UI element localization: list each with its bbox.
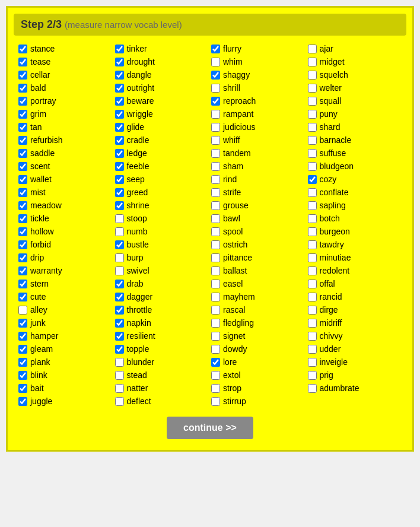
word-checkbox[interactable] [115, 149, 124, 158]
word-checkbox[interactable] [211, 358, 220, 367]
word-checkbox[interactable] [308, 84, 317, 93]
word-checkbox[interactable] [18, 371, 27, 380]
word-checkbox[interactable] [115, 306, 124, 315]
word-checkbox[interactable] [308, 188, 317, 197]
word-checkbox[interactable] [211, 280, 220, 288]
word-checkbox[interactable] [18, 214, 27, 223]
word-checkbox[interactable] [211, 97, 220, 106]
word-checkbox[interactable] [308, 319, 317, 328]
word-checkbox[interactable] [308, 214, 317, 223]
word-checkbox[interactable] [211, 201, 220, 210]
word-checkbox[interactable] [115, 123, 124, 132]
word-checkbox[interactable] [308, 71, 317, 80]
word-checkbox[interactable] [115, 384, 124, 393]
word-checkbox[interactable] [18, 358, 27, 367]
word-checkbox[interactable] [18, 188, 27, 197]
word-checkbox[interactable] [211, 240, 220, 249]
continue-button[interactable]: continue >> [167, 417, 253, 439]
word-checkbox[interactable] [18, 58, 27, 66]
word-checkbox[interactable] [308, 45, 317, 53]
word-checkbox[interactable] [115, 84, 124, 93]
word-checkbox[interactable] [211, 227, 220, 236]
word-checkbox[interactable] [211, 110, 220, 119]
word-checkbox[interactable] [211, 175, 220, 184]
word-checkbox[interactable] [308, 280, 317, 288]
word-checkbox[interactable] [211, 266, 220, 275]
word-checkbox[interactable] [18, 397, 27, 406]
word-checkbox[interactable] [308, 293, 317, 301]
word-checkbox[interactable] [211, 162, 220, 171]
word-checkbox[interactable] [18, 293, 27, 301]
word-checkbox[interactable] [211, 136, 220, 145]
word-checkbox[interactable] [308, 201, 317, 210]
word-checkbox[interactable] [211, 306, 220, 315]
word-checkbox[interactable] [18, 123, 27, 132]
word-checkbox[interactable] [211, 45, 220, 53]
word-checkbox[interactable] [211, 84, 220, 93]
word-checkbox[interactable] [115, 162, 124, 171]
word-checkbox[interactable] [18, 175, 27, 184]
word-checkbox[interactable] [115, 97, 124, 106]
word-checkbox[interactable] [308, 58, 317, 66]
word-checkbox[interactable] [211, 384, 220, 393]
word-checkbox[interactable] [308, 97, 317, 106]
word-checkbox[interactable] [308, 162, 317, 171]
word-checkbox[interactable] [18, 162, 27, 171]
word-checkbox[interactable] [211, 149, 220, 158]
word-checkbox[interactable] [308, 227, 317, 236]
word-checkbox[interactable] [211, 293, 220, 301]
word-checkbox[interactable] [115, 293, 124, 301]
word-checkbox[interactable] [211, 253, 220, 262]
word-checkbox[interactable] [211, 188, 220, 197]
word-checkbox[interactable] [308, 306, 317, 315]
word-checkbox[interactable] [308, 175, 317, 184]
word-checkbox[interactable] [18, 332, 27, 341]
word-checkbox[interactable] [115, 136, 124, 145]
word-checkbox[interactable] [18, 45, 27, 53]
word-checkbox[interactable] [18, 280, 27, 288]
word-checkbox[interactable] [308, 345, 317, 354]
word-checkbox[interactable] [211, 71, 220, 80]
word-checkbox[interactable] [308, 332, 317, 341]
word-checkbox[interactable] [115, 345, 124, 354]
word-checkbox[interactable] [115, 397, 124, 406]
word-checkbox[interactable] [115, 45, 124, 53]
word-checkbox[interactable] [115, 58, 124, 66]
word-checkbox[interactable] [211, 58, 220, 66]
word-checkbox[interactable] [115, 253, 124, 262]
word-checkbox[interactable] [18, 84, 27, 93]
word-checkbox[interactable] [18, 319, 27, 328]
word-checkbox[interactable] [308, 110, 317, 119]
word-checkbox[interactable] [115, 214, 124, 223]
word-checkbox[interactable] [18, 384, 27, 393]
word-checkbox[interactable] [18, 136, 27, 145]
word-checkbox[interactable] [115, 227, 124, 236]
word-checkbox[interactable] [308, 253, 317, 262]
word-checkbox[interactable] [115, 110, 124, 119]
word-checkbox[interactable] [18, 266, 27, 275]
word-checkbox[interactable] [308, 149, 317, 158]
word-checkbox[interactable] [211, 371, 220, 380]
word-checkbox[interactable] [308, 384, 317, 393]
word-checkbox[interactable] [211, 397, 220, 406]
word-checkbox[interactable] [308, 358, 317, 367]
word-checkbox[interactable] [18, 345, 27, 354]
word-checkbox[interactable] [18, 240, 27, 249]
word-checkbox[interactable] [18, 306, 27, 315]
word-checkbox[interactable] [115, 71, 124, 80]
word-checkbox[interactable] [115, 358, 124, 367]
word-checkbox[interactable] [115, 201, 124, 210]
word-checkbox[interactable] [18, 149, 27, 158]
word-checkbox[interactable] [115, 266, 124, 275]
word-checkbox[interactable] [308, 240, 317, 249]
word-checkbox[interactable] [18, 97, 27, 106]
word-checkbox[interactable] [115, 280, 124, 288]
word-checkbox[interactable] [18, 227, 27, 236]
word-checkbox[interactable] [308, 371, 317, 380]
word-checkbox[interactable] [18, 253, 27, 262]
word-checkbox[interactable] [115, 188, 124, 197]
word-checkbox[interactable] [115, 240, 124, 249]
word-checkbox[interactable] [211, 319, 220, 328]
word-checkbox[interactable] [18, 71, 27, 80]
word-checkbox[interactable] [308, 136, 317, 145]
